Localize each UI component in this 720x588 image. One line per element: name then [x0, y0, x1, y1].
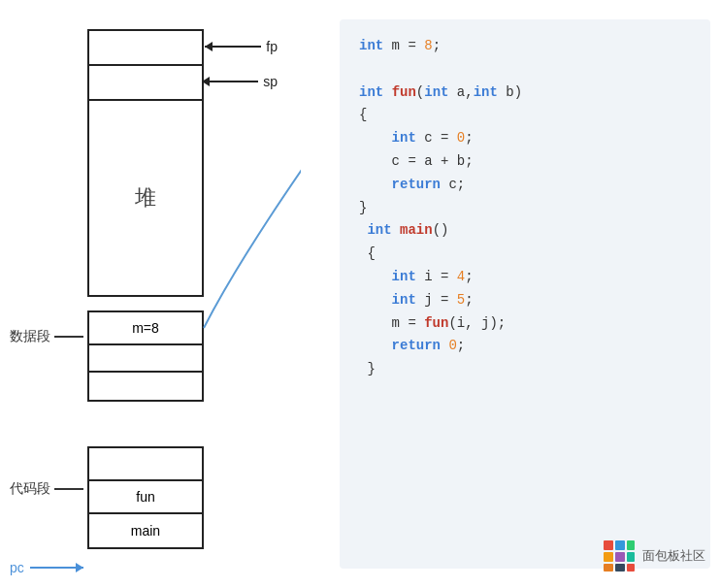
- code-line-9: int main(): [359, 219, 691, 243]
- code-row-fun: fun: [89, 481, 202, 514]
- heap-row: 堆: [89, 101, 202, 295]
- code-line-15: }: [359, 358, 691, 381]
- svg-rect-1: [615, 540, 625, 550]
- sp-label: sp: [263, 74, 278, 89]
- fp-arrowhead: [205, 42, 213, 51]
- pc-arrowhead: [76, 563, 83, 572]
- kw-int-8: int: [392, 292, 416, 308]
- fp-label: fp: [266, 39, 278, 54]
- code-line-6: c = a + b;: [359, 150, 691, 174]
- fn-main: main: [400, 222, 433, 238]
- sp-arrow-line: [202, 81, 258, 82]
- num-8: 8: [424, 38, 432, 53]
- kw-int-4: int: [474, 84, 498, 100]
- stack-box: fp sp 堆: [87, 29, 204, 297]
- svg-rect-7: [615, 564, 625, 572]
- code-segment-text: 代码段: [10, 480, 50, 498]
- num-5: 5: [457, 292, 465, 308]
- kw-return-1: return: [392, 177, 441, 192]
- sp-arrowhead: [202, 77, 210, 86]
- fp-arrow-line: [205, 46, 261, 48]
- code-row-main: main: [89, 514, 202, 547]
- sp-indicator: sp: [202, 74, 278, 89]
- main-container: fp sp 堆: [0, 0, 720, 588]
- kw-int-3: int: [424, 84, 448, 100]
- fp-row: fp: [89, 31, 202, 66]
- code-row-empty: [89, 448, 202, 481]
- svg-rect-4: [615, 552, 625, 562]
- data-segment-label: 数据段: [10, 328, 83, 345]
- kw-int-1: int: [359, 38, 383, 53]
- data-box: m=8: [87, 310, 204, 402]
- code-segment-label: 代码段: [10, 480, 83, 498]
- stack-region: fp sp 堆: [87, 29, 204, 297]
- watermark-text: 面包板社区: [642, 547, 705, 565]
- data-row-empty2: [89, 373, 202, 400]
- code-line-3: int fun(int a,int b): [359, 82, 691, 105]
- code-region: fun main: [87, 446, 204, 549]
- code-line-10: {: [359, 243, 691, 266]
- kw-return-2: return: [392, 338, 441, 353]
- code-line-14: return 0;: [359, 335, 691, 358]
- memory-diagram: fp sp 堆: [10, 19, 301, 569]
- data-row-empty1: [89, 345, 202, 373]
- code-line-12: int j = 5;: [359, 289, 691, 312]
- code-line-13: m = fun(i, j);: [359, 312, 691, 336]
- code-line-blank1: [359, 58, 691, 82]
- code-line-7: return c;: [359, 174, 691, 197]
- svg-rect-2: [627, 540, 635, 550]
- pc-label: pc: [10, 560, 83, 575]
- num-0-1: 0: [457, 130, 465, 146]
- data-region: m=8: [87, 310, 204, 402]
- watermark-logo-icon: [602, 539, 637, 573]
- m-value: m=8: [132, 320, 159, 336]
- code-line-11: int i = 4;: [359, 266, 691, 289]
- svg-rect-0: [604, 540, 613, 550]
- code-line-4: {: [359, 104, 691, 127]
- code-line-8: }: [359, 197, 691, 220]
- fn-fun-call: fun: [424, 315, 448, 331]
- main-label: main: [131, 523, 160, 539]
- fn-fun: fun: [392, 84, 416, 100]
- svg-rect-3: [604, 552, 613, 562]
- heap-label: 堆: [135, 183, 156, 212]
- kw-int-6: int: [367, 222, 391, 238]
- kw-int-5: int: [392, 130, 416, 146]
- svg-rect-6: [604, 564, 613, 572]
- svg-rect-8: [627, 564, 635, 572]
- code-line-1: int m = 8;: [359, 35, 691, 58]
- svg-rect-5: [627, 552, 635, 562]
- code-block: int m = 8; int fun(int a,int b) { int c …: [340, 19, 710, 569]
- kw-int-2: int: [359, 84, 383, 100]
- fun-label: fun: [136, 489, 154, 505]
- kw-int-7: int: [392, 269, 416, 284]
- pc-text: pc: [10, 560, 24, 575]
- num-0-2: 0: [448, 338, 456, 353]
- num-4: 4: [457, 269, 465, 284]
- watermark: 面包板社区: [602, 539, 705, 573]
- code-label-line: [54, 488, 83, 490]
- sp-row: sp: [89, 66, 202, 101]
- pc-arrow-line: [30, 567, 83, 569]
- fp-indicator: fp: [205, 39, 278, 54]
- code-line-5: int c = 0;: [359, 127, 691, 150]
- data-segment-text: 数据段: [10, 328, 50, 345]
- data-row-m: m=8: [89, 312, 202, 345]
- code-box: fun main: [87, 446, 204, 549]
- data-label-line: [54, 336, 83, 338]
